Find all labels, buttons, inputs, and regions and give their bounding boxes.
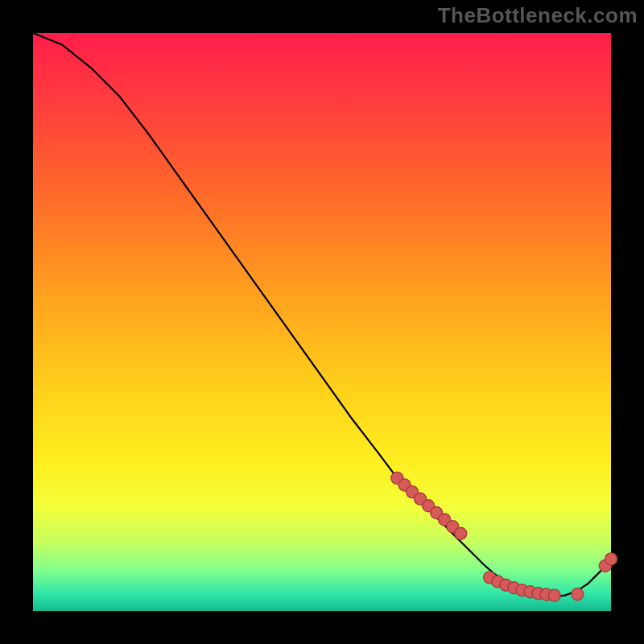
chart-line xyxy=(33,33,611,597)
data-point xyxy=(548,589,560,601)
data-point xyxy=(572,588,584,601)
data-point xyxy=(455,527,467,539)
watermark-text: TheBottleneck.com xyxy=(438,3,638,28)
chart-points xyxy=(391,472,617,601)
chart-stage: TheBottleneck.com xyxy=(0,0,644,644)
plot-area xyxy=(33,33,611,611)
chart-svg xyxy=(33,33,611,611)
data-point xyxy=(605,553,617,565)
